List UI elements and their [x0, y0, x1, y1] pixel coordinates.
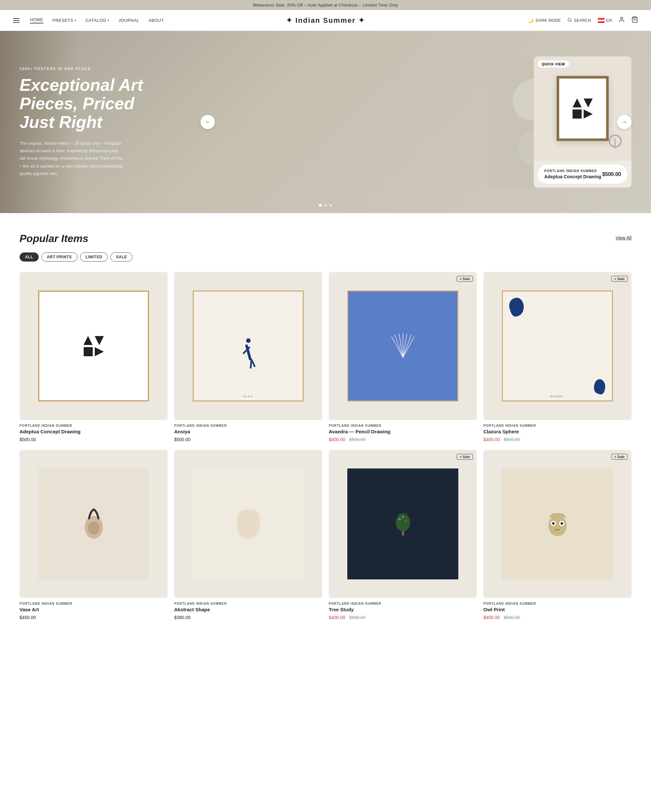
product-card-6[interactable]: PORTLAND INDIAN SUMMER Abstract Shape $3…: [174, 450, 322, 620]
filter-tabs: ALL ART PRINTS LIMITED SALE: [20, 252, 631, 261]
product-brand-4: PORTLAND INDIAN SUMMER: [483, 424, 631, 427]
site-logo[interactable]: ✦ Indian Summer ✦: [286, 16, 365, 25]
sale-badge-7: + Sale: [457, 454, 473, 460]
moon-icon: 🌙: [528, 18, 534, 23]
product-grid-row2: PORTLAND INDIAN SUMMER Vase Art $450.00 …: [20, 450, 631, 620]
product-brand-6: PORTLAND INDIAN SUMMER: [174, 602, 322, 605]
geo-2: [95, 336, 104, 345]
product-img-7: + Sale: [329, 450, 477, 598]
featured-product-details: PORTLAND INDIAN SUMMER Adeptua Concept D…: [544, 169, 601, 179]
featured-art-frame: [556, 76, 609, 141]
carousel-dot-2[interactable]: [324, 204, 327, 207]
filter-art-prints[interactable]: ART PRINTS: [41, 252, 78, 261]
svg-line-1: [571, 21, 572, 22]
section-header: Popular Items View All: [20, 233, 631, 245]
hero-section: 1000+ POSTERS IN ONE PLACE Exceptional A…: [0, 31, 651, 213]
carousel-dot-3[interactable]: [329, 204, 332, 207]
product-card-4[interactable]: + Sale MONDE. PORTLAND INDIAN SUMMER Cla…: [483, 272, 631, 442]
product-card-7[interactable]: + Sale PORTLAND INDIAN SUMMER Tree Study…: [329, 450, 477, 620]
search-icon: [567, 18, 572, 23]
carousel-dot-1[interactable]: [319, 204, 322, 207]
geo-shape-4: [584, 110, 593, 119]
product-img-6: [174, 450, 322, 598]
product-name-1: Adeptua Concept Drawing: [20, 429, 168, 434]
svg-point-14: [396, 513, 410, 531]
product-name-4: Clazura Sphere: [483, 429, 631, 434]
art-thumb-6: [193, 469, 304, 579]
product-price-6: $380.00: [174, 615, 322, 620]
art-thumb-4: MONDE.: [502, 290, 613, 401]
product-name-2: Ansiya: [174, 429, 322, 434]
blob-2: [592, 378, 607, 395]
product-img-8: + Sale: [483, 450, 631, 598]
product-price-1: $500.00: [20, 437, 168, 442]
product-name-5: Vase Art: [20, 607, 168, 612]
blob-1: [507, 296, 527, 318]
featured-product-price: $500.00: [602, 171, 621, 177]
quick-view-button[interactable]: QUICK VIEW: [538, 61, 569, 68]
carousel-next-button[interactable]: →: [617, 115, 631, 129]
fan-lines: [390, 333, 416, 359]
product-img-3: + Sale: [329, 272, 477, 420]
carousel-prev-button[interactable]: ←: [200, 115, 215, 129]
product-name-3: Avaedra — Pencil Drawing: [329, 429, 477, 434]
featured-product-info: PORTLAND INDIAN SUMMER Adeptua Concept D…: [538, 165, 628, 184]
product-card-1[interactable]: PORTLAND INDIAN SUMMER Adeptua Concept D…: [20, 272, 168, 442]
art-thumb-5: [38, 469, 149, 579]
product-brand-3: PORTLAND INDIAN SUMMER: [329, 424, 477, 427]
product-price-5: $450.00: [20, 615, 168, 620]
product-card-2[interactable]: BLEU PORTLAND INDIAN SUMMER Ansiya $500.…: [174, 272, 322, 442]
country-selector[interactable]: CA: [598, 18, 612, 23]
lamp-decoration: [605, 128, 625, 154]
carousel-dots: [319, 204, 332, 207]
product-card-3[interactable]: + Sale: [329, 272, 477, 442]
product-img-4: + Sale MONDE.: [483, 272, 631, 420]
country-code: CA: [606, 18, 612, 23]
svg-line-5: [395, 335, 403, 357]
art-thumb-7: [347, 469, 458, 579]
figure-body: [245, 344, 252, 360]
nav-about[interactable]: ABOUT: [148, 18, 164, 23]
nav-presets[interactable]: PRESETS ▾: [52, 18, 76, 23]
figure-group: [246, 338, 251, 360]
nav-home[interactable]: HOME: [30, 17, 43, 23]
product-brand-1: PORTLAND INDIAN SUMMER: [20, 424, 168, 427]
geo-4: [95, 347, 104, 356]
account-icon[interactable]: [619, 16, 625, 24]
art-2-label: BLEU: [243, 395, 253, 398]
figure-head: [246, 338, 251, 343]
filter-limited[interactable]: LIMITED: [80, 252, 108, 261]
art-geometric-inner: [84, 336, 104, 356]
featured-product-name: Adeptua Concept Drawing: [544, 174, 601, 179]
filter-sale[interactable]: SALE: [110, 252, 133, 261]
featured-product-card: QUICK VIEW PORTLA: [534, 56, 631, 188]
cart-icon[interactable]: [631, 16, 638, 24]
product-card-5[interactable]: PORTLAND INDIAN SUMMER Vase Art $450.00: [20, 450, 168, 620]
svg-point-12: [88, 522, 99, 534]
view-all-link[interactable]: View All: [616, 235, 631, 240]
hero-title: Exceptional Art Pieces, Priced Just Righ…: [20, 76, 143, 132]
canada-flag-icon: [598, 18, 605, 23]
product-card-8[interactable]: + Sale PORTLAND INDIAN SUMMER Owl Print: [483, 450, 631, 620]
art-thumb-2: BLEU: [193, 290, 304, 401]
featured-art-geometric: [569, 95, 596, 122]
dark-mode-button[interactable]: 🌙 DARK MODE: [528, 18, 561, 23]
hero-content: 1000+ POSTERS IN ONE PLACE Exceptional A…: [20, 67, 143, 178]
art-4-label: MONDE.: [550, 395, 565, 398]
nav-journal[interactable]: JOURNAL: [118, 18, 139, 23]
art-thumb-3: [347, 290, 458, 401]
product-price-8: $400.00 $500.00: [483, 615, 631, 620]
svg-point-18: [549, 515, 567, 536]
product-price-2: $500.00: [174, 437, 322, 442]
art-thumb-1: [38, 290, 149, 401]
hamburger-icon[interactable]: [13, 18, 20, 23]
product-brand-5: PORTLAND INDIAN SUMMER: [20, 602, 168, 605]
filter-all[interactable]: ALL: [20, 252, 39, 261]
geo-3: [84, 347, 93, 356]
sale-badge-3: + Sale: [457, 276, 473, 282]
svg-point-17: [402, 516, 403, 517]
sale-badge-8: + Sale: [611, 454, 628, 460]
nav-catalog[interactable]: CATALOG ▾: [86, 18, 109, 23]
featured-product-brand: PORTLAND INDIAN SUMMER: [544, 169, 601, 173]
search-button[interactable]: SEARCH: [567, 18, 591, 23]
